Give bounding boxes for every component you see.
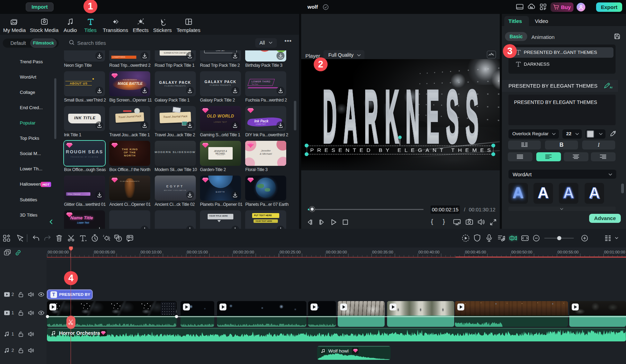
svg-text:AI: AI <box>610 86 612 89</box>
